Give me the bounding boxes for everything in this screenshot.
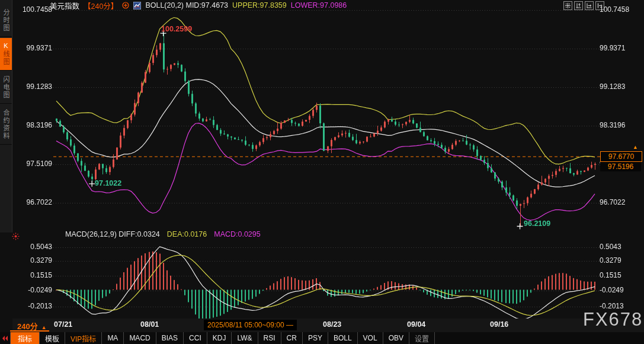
toolbar-item-rsi[interactable]: RSI bbox=[258, 332, 281, 344]
chart-header: 美元指数 【240分】 BOLL(20,2) MID:97.4673 UPPER… bbox=[50, 1, 347, 10]
scale-y-axis-icon[interactable] bbox=[574, 1, 583, 10]
macd-axis-label: 0.5043 bbox=[14, 243, 52, 251]
sidebar-tab-timeline[interactable]: 分时图 bbox=[0, 5, 12, 37]
toolbar-item-vip[interactable]: VIP指标 bbox=[65, 332, 102, 344]
y-axis-label: 99.1283 bbox=[14, 82, 52, 91]
date-label: 07/21 bbox=[54, 320, 72, 329]
toolbar-item-settings[interactable]: 设置 bbox=[409, 332, 435, 344]
toolbar-item-kdj[interactable]: KDJ bbox=[207, 332, 232, 344]
sidebar: 分时图 K线图 闪电图 合约资料 bbox=[0, 0, 12, 232]
y-axis-label: 99.1283 bbox=[600, 82, 625, 91]
circle-minus-icon[interactable] bbox=[122, 2, 129, 9]
macd-axis-label: 0.3279 bbox=[14, 256, 52, 265]
date-label: 08/23 bbox=[323, 320, 341, 329]
current-price-box: 97.6770 bbox=[600, 151, 642, 162]
macd-axis-label: 0.1515 bbox=[14, 271, 52, 279]
date-label: 09/16 bbox=[490, 320, 508, 329]
toolbar-item-ma[interactable]: MA bbox=[102, 332, 124, 344]
macd-axis-label: -0.0249 bbox=[600, 286, 624, 294]
price-up-arrow-icon: ▲ bbox=[633, 144, 638, 150]
sidebar-tab-contract-info[interactable]: 合约资料 bbox=[0, 105, 12, 145]
macd-axis-label: 0.3279 bbox=[600, 256, 621, 265]
toolbar-item-indicator[interactable]: 指标 bbox=[10, 332, 40, 344]
macd-dea-value: DEA:0.0176 bbox=[167, 230, 207, 238]
price-chart-canvas[interactable] bbox=[0, 0, 644, 344]
triangle-up-icon: ▲ bbox=[41, 324, 47, 330]
y-axis-label: 96.7022 bbox=[600, 198, 625, 206]
boll-upper-value: UPPER:97.8359 bbox=[232, 1, 287, 9]
toolbar-item-template[interactable]: 模板 bbox=[40, 332, 65, 344]
last-close-box: 97.5196 bbox=[600, 162, 641, 171]
indicator-settings-icon[interactable] bbox=[12, 232, 20, 243]
macd-header: MACD(26,12,9) DIFF:0.0324 DEA:0.0176 MAC… bbox=[65, 230, 261, 238]
y-axis-label: 100.7458 bbox=[600, 5, 629, 14]
y-axis-label: 99.9371 bbox=[600, 44, 625, 52]
boll-lower-value: LOWER:97.0986 bbox=[291, 1, 347, 9]
symbol-name: 美元指数 bbox=[50, 0, 79, 11]
toolbar-item-cci[interactable]: CCI bbox=[184, 332, 207, 344]
low-late-annotation: 96.2109 bbox=[524, 219, 550, 228]
date-label: 08/01 bbox=[140, 320, 159, 329]
macd-axis-label: 0.1515 bbox=[600, 271, 621, 279]
toolbar-item-vol[interactable]: VOL bbox=[358, 332, 383, 344]
y-axis-label: 97.5109 bbox=[14, 160, 52, 168]
kline-chart-icon[interactable] bbox=[133, 2, 141, 9]
boll-values: BOLL(20,2) MID:97.4673 bbox=[145, 1, 228, 9]
red-flag-icon[interactable] bbox=[0, 332, 10, 344]
low-annotation: 97.1022 bbox=[95, 179, 121, 187]
toolbar-item-psy[interactable]: PSY bbox=[303, 332, 328, 344]
x-axis-strip: 240分▲ 07/21 08/01 2025/08/11 05:00~09:00… bbox=[12, 318, 644, 332]
timeframe-underline bbox=[10, 330, 49, 332]
period-label: 【240分】 bbox=[84, 0, 118, 11]
y-axis-label: 98.3196 bbox=[14, 121, 52, 129]
macd-axis-label: 0.5043 bbox=[600, 243, 621, 251]
toolbar-item-cr[interactable]: CR bbox=[281, 332, 303, 344]
toolbar-item-lw[interactable]: LW& bbox=[232, 332, 258, 344]
y-axis-label: 98.3196 bbox=[600, 121, 625, 129]
crosshair-icon[interactable] bbox=[563, 1, 572, 10]
y-axis-label: 100.7458 bbox=[14, 5, 52, 14]
macd-axis-label: -0.0249 bbox=[14, 286, 52, 294]
y-axis-label: 99.9371 bbox=[14, 44, 52, 52]
date-range-tooltip: 2025/08/11 05:00~09:00 — bbox=[204, 320, 297, 330]
chart-tools bbox=[563, 1, 604, 10]
y-axis-label: 96.7022 bbox=[14, 198, 52, 206]
toolbar-item-obv[interactable]: OBV bbox=[383, 332, 409, 344]
high-annotation: 100.2599 bbox=[161, 25, 192, 33]
sidebar-tab-kline[interactable]: K线图 bbox=[0, 38, 12, 71]
fx678-watermark: FX678 bbox=[583, 309, 643, 330]
toolbar-item-bias[interactable]: BIAS bbox=[156, 332, 184, 344]
toolbar-item-macd[interactable]: MACD bbox=[124, 332, 156, 344]
sidebar-tab-flash[interactable]: 闪电图 bbox=[0, 72, 12, 104]
macd-axis-label: -0.2013 bbox=[14, 302, 52, 310]
macd-values: MACD(26,12,9) DIFF:0.0324 bbox=[65, 230, 160, 238]
toolbar-item-boll[interactable]: BOLL bbox=[328, 332, 358, 344]
date-label: 09/04 bbox=[407, 320, 425, 329]
scale-x-axis-icon[interactable] bbox=[585, 1, 594, 10]
macd-bar-value: MACD:0.0295 bbox=[214, 230, 261, 238]
indicator-toolbar: 指标 模板 VIP指标 MA MACD BIAS CCI KDJ LW& RSI… bbox=[0, 332, 644, 344]
